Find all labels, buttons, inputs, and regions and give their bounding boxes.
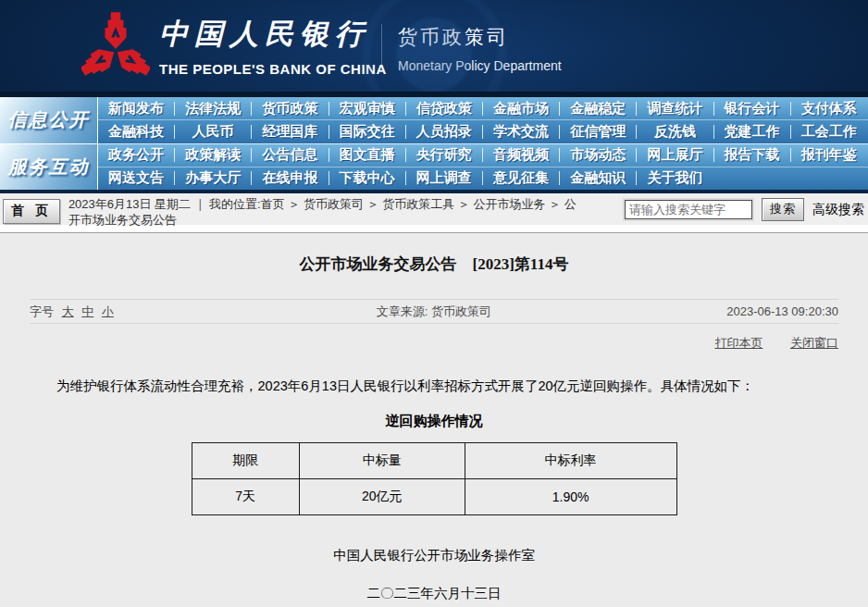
nav-item-工会工作[interactable]: 工会工作: [791, 123, 867, 141]
table-cell: 20亿元: [299, 478, 465, 514]
breadcrumb-item-2[interactable]: 货币政策工具: [382, 197, 454, 211]
article-content: 公开市场业务交易公告 [2023]第114号 字号 大 中 小 文章来源: 货币…: [0, 233, 868, 607]
table-header-中标量: 中标量: [299, 442, 465, 478]
signature: 中国人民银行公开市场业务操作室: [30, 547, 838, 564]
nav-item-报刊年鉴[interactable]: 报刊年鉴: [791, 146, 867, 164]
nav-tabs: 信息公开 服务互动: [0, 97, 98, 190]
font-size-medium[interactable]: 中: [81, 304, 93, 318]
search-button[interactable]: 搜索: [762, 198, 804, 221]
font-size-controls: 字号 大 中 小: [30, 304, 272, 320]
nav-item-金融科技[interactable]: 金融科技: [98, 123, 174, 141]
tab-information-disclosure[interactable]: 信息公开: [0, 97, 98, 143]
table-title: 逆回购操作情况: [30, 413, 838, 430]
nav-item-调查统计[interactable]: 调查统计: [637, 100, 713, 118]
nav-item-意见征集[interactable]: 意见征集: [483, 169, 559, 187]
nav-section-information: 新闻发布法律法规货币政策宏观审慎信贷政策金融市场金融稳定调查统计银行会计支付体系…: [98, 97, 868, 143]
nav-row-1: 新闻发布法律法规货币政策宏观审慎信贷政策金融市场金融稳定调查统计银行会计支付体系: [98, 97, 868, 119]
nav-row-4: 网送文告办事大厅在线申报下载中心网上调查意见征集金融知识关于我们: [98, 167, 868, 190]
nav-item-网上展厅[interactable]: 网上展厅: [637, 146, 713, 164]
nav-item-人员招录[interactable]: 人员招录: [406, 123, 482, 141]
nav-item-在线申报[interactable]: 在线申报: [252, 169, 328, 187]
article-source: 文章来源: 货币政策司: [272, 304, 596, 320]
table-header-中标利率: 中标利率: [465, 442, 676, 478]
banner-divider: [381, 24, 382, 72]
article-meta-bar: 字号 大 中 小 文章来源: 货币政策司 2023-06-13 09:20:30: [30, 299, 838, 324]
signature-date: 二〇二三年六月十三日: [30, 585, 838, 602]
nav-item-市场动态[interactable]: 市场动态: [560, 146, 636, 164]
breadcrumb: 2023年6月13日 星期二 ｜ 我的位置:首页 ＞ 货币政策司 ＞ 货币政策工…: [68, 196, 587, 228]
breadcrumb-separator: ＞: [364, 197, 382, 211]
nav-menu: 新闻发布法律法规货币政策宏观审慎信贷政策金融市场金融稳定调查统计银行会计支付体系…: [98, 97, 868, 190]
nav-item-学术交流[interactable]: 学术交流: [483, 123, 559, 141]
nav-item-征信管理[interactable]: 征信管理: [560, 123, 636, 141]
table-header-row: 期限中标量中标利率: [192, 442, 676, 478]
table-cell: 1.90%: [465, 478, 676, 514]
nav-item-人民币[interactable]: 人民币: [175, 123, 251, 141]
advanced-search-link[interactable]: 高级搜索: [812, 202, 864, 218]
breadcrumb-date: 2023年6月13日 星期二: [68, 197, 191, 211]
nav-item-公告信息[interactable]: 公告信息: [252, 146, 328, 164]
search-input[interactable]: [625, 200, 752, 219]
nav-item-国际交往[interactable]: 国际交往: [329, 123, 405, 141]
site-banner: 中国人民银行 THE PEOPLE'S BANK OF CHINA 货币政策司 …: [0, 0, 868, 93]
nav-item-音频视频[interactable]: 音频视频: [483, 146, 559, 164]
nav-section-service: 政务公开政策解读公告信息图文直播央行研究音频视频市场动态网上展厅报告下载报刊年鉴…: [98, 143, 868, 191]
nav-item-网送文告[interactable]: 网送文告: [98, 169, 174, 187]
nav-item-报告下载[interactable]: 报告下载: [714, 146, 790, 164]
nav-item-图文直播[interactable]: 图文直播: [329, 146, 405, 164]
breadcrumb-bar: 首 页 2023年6月13日 星期二 ｜ 我的位置:首页 ＞ 货币政策司 ＞ 货…: [0, 193, 868, 225]
nav-item-金融市场[interactable]: 金融市场: [483, 100, 559, 118]
nav-item-政务公开[interactable]: 政务公开: [98, 146, 174, 164]
nav-item-政策解读[interactable]: 政策解读: [175, 146, 251, 164]
nav-item-银行会计[interactable]: 银行会计: [714, 100, 790, 118]
source-value: 货币政策司: [431, 304, 491, 318]
article-paragraph: 为维护银行体系流动性合理充裕，2023年6月13日人民银行以利率招标方式开展了2…: [30, 376, 838, 398]
bank-identity: 中国人民银行 THE PEOPLE'S BANK OF CHINA: [159, 15, 387, 77]
breadcrumb-separator: ＞: [545, 197, 564, 211]
nav-item-金融稳定[interactable]: 金融稳定: [560, 100, 636, 118]
nav-item-信贷政策[interactable]: 信贷政策: [406, 100, 482, 118]
nav-item-央行研究[interactable]: 央行研究: [406, 146, 482, 164]
nav-row-3: 政务公开政策解读公告信息图文直播央行研究音频视频市场动态网上展厅报告下载报刊年鉴: [98, 144, 868, 167]
nav-item-货币政策[interactable]: 货币政策: [252, 100, 328, 118]
nav-item-支付体系[interactable]: 支付体系: [791, 100, 867, 118]
table-row: 7天20亿元1.90%: [192, 478, 676, 514]
nav-item-反洗钱[interactable]: 反洗钱: [637, 123, 713, 141]
tab-service-interaction[interactable]: 服务互动: [0, 143, 98, 191]
nav-row-2: 金融科技人民币经理国库国际交往人员招录学术交流征信管理反洗钱党建工作工会工作: [98, 119, 868, 142]
breadcrumb-divider: ｜: [191, 197, 209, 211]
bank-name-en: THE PEOPLE'S BANK OF CHINA: [159, 61, 387, 77]
breadcrumb-item-1[interactable]: 货币政策司: [304, 197, 364, 211]
article-actions: 打印本页 关闭窗口: [30, 335, 838, 352]
nav-item-下载中心[interactable]: 下载中心: [329, 169, 405, 187]
source-label: 文章来源:: [377, 304, 431, 318]
bank-name-cn: 中国人民银行: [159, 15, 387, 54]
breadcrumb-item-3[interactable]: 公开市场业务: [473, 197, 545, 211]
nav-item-法律法规[interactable]: 法律法规: [175, 100, 251, 118]
print-page-link[interactable]: 打印本页: [714, 336, 763, 350]
repo-operation-table: 期限中标量中标利率 7天20亿元1.90%: [192, 442, 677, 515]
breadcrumb-location-label: 我的位置:首页: [209, 197, 285, 211]
table-cell: 7天: [192, 478, 299, 514]
breadcrumb-separator: ＞: [454, 197, 473, 211]
nav-item-关于我们[interactable]: 关于我们: [637, 169, 713, 187]
department-identity: 货币政策司 Monetary Policy Department: [398, 24, 562, 73]
nav-item-党建工作[interactable]: 党建工作: [714, 123, 790, 141]
article-title: 公开市场业务交易公告 [2023]第114号: [30, 254, 838, 275]
font-size-large[interactable]: 大: [62, 304, 74, 318]
nav-item-金融知识[interactable]: 金融知识: [560, 169, 636, 187]
nav-item-新闻发布[interactable]: 新闻发布: [98, 100, 174, 118]
font-size-label: 字号: [30, 304, 54, 318]
nav-item-宏观审慎[interactable]: 宏观审慎: [329, 100, 405, 118]
close-window-link[interactable]: 关闭窗口: [790, 336, 838, 350]
nav-item-经理国库[interactable]: 经理国库: [252, 123, 328, 141]
department-name-en: Monetary Policy Department: [398, 58, 562, 73]
nav-item-网上调查[interactable]: 网上调查: [406, 169, 482, 187]
home-button[interactable]: 首 页: [3, 199, 60, 224]
font-size-small[interactable]: 小: [102, 304, 114, 318]
table-header-期限: 期限: [192, 442, 299, 478]
nav-item-办事大厅[interactable]: 办事大厅: [175, 169, 251, 187]
department-name-cn: 货币政策司: [398, 24, 562, 50]
pboc-logo-icon: [81, 9, 150, 87]
search-area: 搜索 高级搜索: [625, 198, 864, 221]
